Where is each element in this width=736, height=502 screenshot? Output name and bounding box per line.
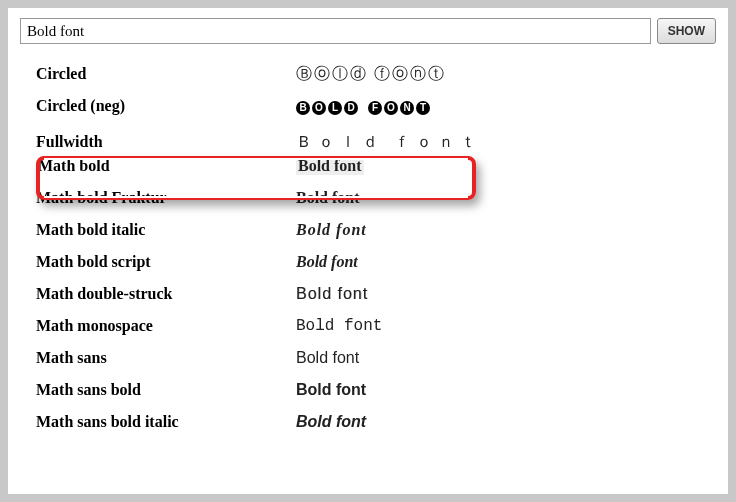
font-label: Circled	[34, 65, 296, 83]
list-item[interactable]: Math sans bold italic Bold font	[34, 406, 716, 438]
font-label: Math bold Fraktur	[34, 189, 296, 207]
font-label: Math bold	[34, 157, 296, 175]
font-label: Math bold script	[34, 253, 296, 271]
font-label: Math double-struck	[34, 285, 296, 303]
font-sample: Bold font	[296, 381, 366, 399]
font-label: Circled (neg)	[34, 97, 296, 115]
font-list: Circled Ⓑⓞⓛⓓ ⓕⓞⓝⓣ Circled (neg) BOLD FON…	[20, 58, 716, 438]
list-item[interactable]: Math monospace Bold font	[34, 310, 716, 342]
font-label: Math sans	[34, 349, 296, 367]
font-sample: Ⓑⓞⓛⓓ ⓕⓞⓝⓣ	[296, 64, 446, 85]
list-item[interactable]: Math double-struck Bold font	[34, 278, 716, 310]
font-sample: Bold font	[296, 317, 382, 335]
font-sample: Bold font	[296, 285, 368, 303]
font-label: Math sans bold italic	[34, 413, 296, 431]
list-item-highlighted[interactable]: Math bold Bold font	[34, 150, 716, 182]
list-item[interactable]: Circled Ⓑⓞⓛⓓ ⓕⓞⓝⓣ	[34, 58, 716, 90]
main-panel: SHOW Circled Ⓑⓞⓛⓓ ⓕⓞⓝⓣ Circled (neg) BOL…	[8, 8, 728, 494]
font-sample: Bold font	[296, 189, 360, 207]
show-button[interactable]: SHOW	[657, 18, 716, 44]
font-sample: Bold font	[296, 253, 358, 271]
font-sample: Bold font	[296, 413, 366, 431]
list-item[interactable]: Math bold script Bold font	[34, 246, 716, 278]
font-sample: Bold font	[296, 221, 367, 239]
search-input[interactable]	[20, 18, 651, 44]
list-item[interactable]: Math sans Bold font	[34, 342, 716, 374]
font-label: Math sans bold	[34, 381, 296, 399]
list-item[interactable]: Fullwidth Ｂｏｌｄ ｆｏｎｔ	[34, 122, 716, 150]
font-sample: Ｂｏｌｄ ｆｏｎｔ	[296, 132, 482, 151]
list-item[interactable]: Math bold italic Bold font	[34, 214, 716, 246]
font-sample: Bold font	[296, 349, 359, 367]
font-sample: BOLD FONT	[296, 97, 432, 115]
list-item[interactable]: Circled (neg) BOLD FONT	[34, 90, 716, 122]
list-item[interactable]: Math sans bold Bold font	[34, 374, 716, 406]
font-sample: Bold font	[296, 157, 364, 175]
font-label: Math monospace	[34, 317, 296, 335]
list-item[interactable]: Math bold Fraktur Bold font	[34, 182, 716, 214]
search-bar: SHOW	[20, 18, 716, 44]
font-label: Fullwidth	[34, 133, 296, 150]
font-label: Math bold italic	[34, 221, 296, 239]
